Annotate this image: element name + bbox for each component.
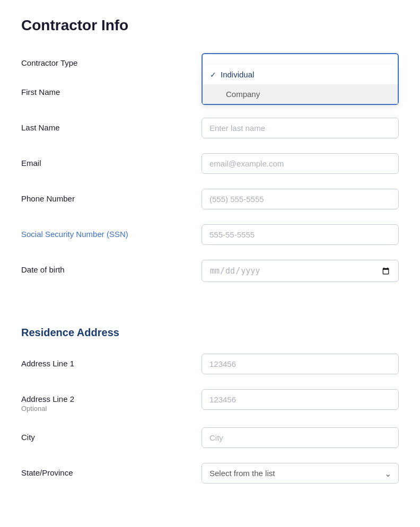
- page-title: Contractor Info: [21, 17, 399, 34]
- email-row: Email: [21, 153, 399, 174]
- address-line1-row: Address Line 1: [21, 354, 399, 374]
- city-input[interactable]: [202, 427, 399, 448]
- ssn-label: Social Security Number (SSN): [21, 224, 202, 239]
- dob-input[interactable]: [202, 260, 399, 282]
- first-name-label: First Name: [21, 82, 202, 96]
- address-line2-row: Address Line 2 Optional: [21, 389, 399, 412]
- address-line2-field: [202, 389, 399, 410]
- dob-row: Date of birth: [21, 260, 399, 282]
- city-row: City: [21, 427, 399, 448]
- contractor-type-field: ✓ Individual Company: [202, 53, 399, 65]
- address-line1-label: Address Line 1: [21, 354, 202, 368]
- phone-row: Phone Number: [21, 189, 399, 209]
- contractor-type-row: Contractor Type ✓ Individual Company: [21, 53, 399, 67]
- residence-address-title: Residence Address: [21, 327, 399, 339]
- dob-label: Date of birth: [21, 260, 202, 274]
- checkmark-icon: ✓: [210, 71, 216, 79]
- state-field: Select from the list ⌄: [202, 463, 399, 484]
- ssn-field: [202, 224, 399, 245]
- state-label: State/Province: [21, 463, 202, 477]
- email-field: [202, 153, 399, 174]
- last-name-field: [202, 118, 399, 138]
- address-line2-input[interactable]: [202, 389, 399, 410]
- email-input[interactable]: [202, 153, 399, 174]
- address-line1-input[interactable]: [202, 354, 399, 374]
- option-individual[interactable]: ✓ Individual: [203, 65, 398, 84]
- last-name-input[interactable]: [202, 118, 399, 138]
- contractor-type-dropdown[interactable]: ✓ Individual Company: [202, 65, 399, 105]
- city-field: [202, 427, 399, 448]
- last-name-row: Last Name: [21, 118, 399, 138]
- last-name-label: Last Name: [21, 118, 202, 132]
- phone-label: Phone Number: [21, 189, 202, 203]
- email-label: Email: [21, 153, 202, 168]
- contractor-type-trigger[interactable]: [202, 53, 399, 65]
- city-label: City: [21, 427, 202, 442]
- state-row: State/Province Select from the list ⌄: [21, 463, 399, 484]
- ssn-row: Social Security Number (SSN): [21, 224, 399, 245]
- phone-field: [202, 189, 399, 209]
- ssn-input[interactable]: [202, 224, 399, 245]
- state-select[interactable]: Select from the list: [202, 463, 399, 484]
- contractor-type-label: Contractor Type: [21, 53, 202, 67]
- phone-input[interactable]: [202, 189, 399, 209]
- dob-field: [202, 260, 399, 282]
- option-company[interactable]: Company: [203, 84, 398, 104]
- address-line2-label: Address Line 2 Optional: [21, 389, 202, 412]
- address-line1-field: [202, 354, 399, 374]
